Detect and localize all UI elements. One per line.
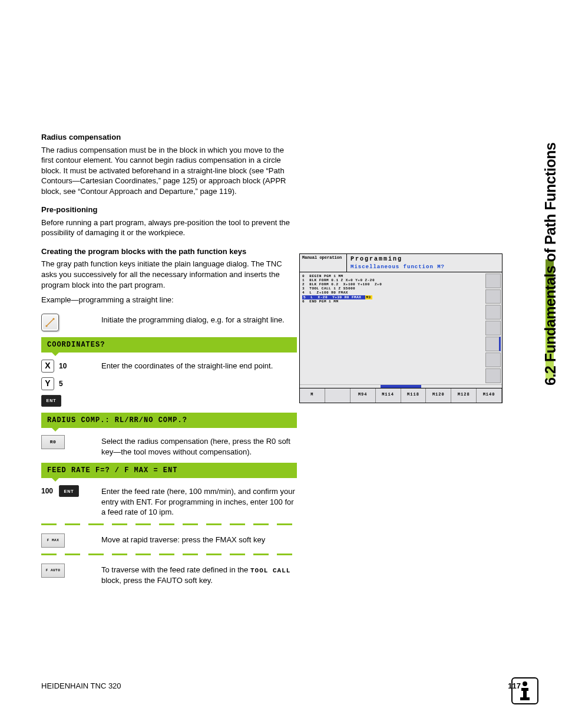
svg-line-2	[47, 319, 53, 325]
screen-code-area: 0 BEGIN PGM 1 MM 1 BLK FORM 0.1 Z X+0 Y+…	[300, 272, 484, 384]
separator	[41, 554, 297, 555]
softkey: M128	[451, 388, 477, 403]
x-value: 10	[59, 361, 67, 371]
prompt-feed-rate: FEED RATE F=? / F MAX = ENT	[41, 463, 297, 478]
line-key-icon	[41, 314, 59, 331]
separator	[41, 523, 297, 525]
screen-mode: Manual operation	[300, 254, 347, 272]
screen-side-btn	[485, 274, 501, 288]
para-prepositioning: Before running a part program, always pr…	[41, 218, 297, 238]
softkey: M118	[401, 388, 427, 403]
x-key: X	[41, 360, 54, 373]
para-example: Example—programming a straight line:	[41, 295, 297, 305]
softkey: M140	[477, 388, 502, 403]
heading-prepositioning: Pre-positioning	[41, 205, 297, 215]
svg-rect-6	[520, 697, 530, 700]
screen-side-btn	[485, 321, 501, 335]
info-icon	[511, 677, 538, 704]
screen-side-btn	[485, 368, 501, 383]
screen-side-btn	[485, 305, 501, 319]
footer-product: HEIDENHAIN TNC 320	[41, 681, 121, 691]
y-value: 5	[59, 379, 63, 388]
step-fauto-text: To traverse with the feed rate defined i…	[101, 564, 297, 585]
r0-softkey: R0	[41, 435, 65, 449]
softkey: M	[300, 388, 325, 403]
softkey: M114	[376, 388, 401, 403]
step-feed-text: Enter the feed rate (here, 100 mm/min), …	[101, 485, 297, 518]
para-creating: The gray path function keys initiate the…	[41, 259, 297, 290]
heading-radius-compensation: Radius compensation	[41, 132, 297, 143]
screen-side-btn	[485, 353, 501, 367]
y-key: Y	[41, 377, 54, 390]
softkey: M94	[351, 388, 376, 403]
para-radius: The radius compensation must be in the b…	[41, 145, 297, 197]
step-r0-text: Select the radius compensation (here, pr…	[101, 435, 297, 457]
fmax-softkey: F MAX	[41, 533, 65, 548]
screen-side-btn	[485, 337, 501, 351]
feed-value: 100	[41, 486, 53, 496]
ent-key-2: ENT	[59, 485, 79, 497]
screen-subtitle: Miscellaneous function M?	[351, 263, 498, 271]
svg-rect-5	[523, 688, 527, 699]
prompt-coordinates: COORDINATES?	[41, 337, 297, 353]
screen-title: Programming	[351, 255, 498, 263]
svg-point-3	[523, 681, 527, 686]
softkey	[325, 388, 351, 403]
step-line-text: Initiate the programming dialog, e.g. fo…	[101, 314, 297, 325]
section-tab-title: 6.2 Fundamentals of Path Functions	[541, 120, 561, 386]
step-coord-text: Enter the coordinates of the straight-li…	[101, 360, 297, 371]
softkey: M120	[426, 388, 451, 403]
prompt-radius-comp: RADIUS COMP.: RL/RR/NO COMP.?	[41, 413, 297, 428]
fauto-softkey: F AUTO	[41, 564, 65, 578]
heading-creating-blocks: Creating the program blocks with the pat…	[41, 246, 297, 257]
ent-key: ENT	[41, 395, 61, 407]
screen-side-btn	[485, 289, 501, 304]
step-fmax-text: Move at rapid traverse: press the FMAX s…	[101, 533, 297, 545]
tnc-screen: Manual operation Programming Miscellaneo…	[299, 253, 503, 403]
screen-softkey-bar: M M94 M114 M118 M120 M128 M140	[300, 388, 502, 403]
